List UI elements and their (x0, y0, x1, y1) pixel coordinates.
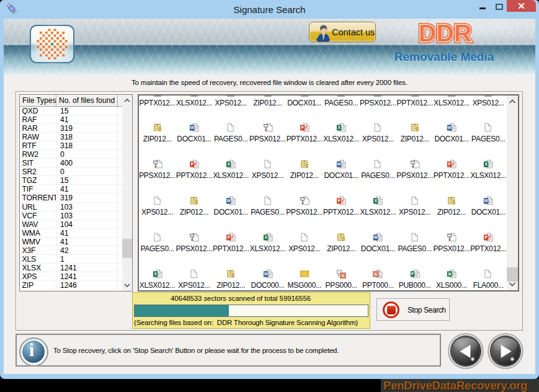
svg-text:DDR: DDR (419, 20, 472, 45)
